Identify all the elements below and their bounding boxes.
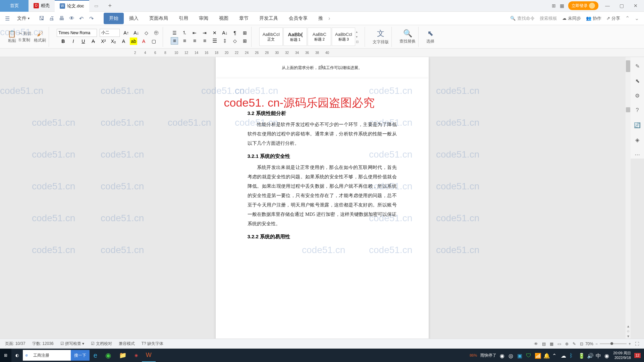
style-heading1[interactable]: AaBb( 标题 1 (283, 27, 307, 46)
eye-mode-icon[interactable]: 👁 (534, 342, 538, 346)
ruler[interactable]: 24 68 1012 1416 1820 2224 2628 3032 3436… (0, 49, 644, 57)
taskbar-ie[interactable]: e (90, 349, 101, 362)
file-menu[interactable]: 文件 ▾ (14, 15, 32, 21)
weather-widget[interactable]: 雨快停了 (480, 353, 496, 358)
cortana-button[interactable]: ◐ (11, 349, 23, 362)
tray-icon-3[interactable]: ▣ (517, 353, 523, 358)
tray-bell-icon[interactable]: 🔔 (543, 353, 549, 358)
scroll-ring-icon[interactable]: ○ (626, 329, 631, 334)
tray-wifi-icon[interactable]: 📶 (535, 353, 540, 358)
login-button[interactable]: 立即登录 (568, 1, 598, 10)
ribbon-tab-devtools[interactable]: 开发工具 (254, 13, 283, 24)
zoom-fit-icon[interactable]: ⊡ (580, 342, 583, 346)
highlight-button[interactable]: ab (130, 38, 137, 45)
font-color-button[interactable]: A (140, 38, 147, 45)
ribbon-tab-review[interactable]: 审阅 (194, 13, 214, 24)
taskbar-search-input[interactable] (31, 350, 71, 361)
clear-format-icon[interactable]: ◇ (143, 29, 150, 37)
numbered-button[interactable]: ⒈ (181, 29, 188, 37)
align-left-button[interactable]: ≡ (171, 37, 178, 45)
taskbar-clock[interactable]: 20:09 周日 2022/9/18 (613, 351, 631, 360)
taskbar-360[interactable]: ◉ (101, 349, 115, 362)
tray-bluetooth-icon[interactable]: ᛒ (570, 353, 575, 358)
symbol-tool-icon[interactable]: ◈ (633, 136, 641, 144)
format-painter-icon[interactable]: 🖌 (34, 31, 46, 38)
style-up-icon[interactable]: ▴ (356, 30, 362, 34)
italic-button[interactable]: I (69, 38, 77, 45)
find-icon[interactable]: 🔍 (403, 29, 412, 38)
page-indicator[interactable]: 页面: 10/37 (5, 341, 25, 347)
font-size-select[interactable] (100, 29, 120, 37)
align-right-button[interactable]: ≡ (191, 37, 198, 45)
tray-icon-1[interactable]: ◉ (500, 353, 505, 358)
taskbar-search-button[interactable]: 搜一下 (71, 350, 90, 361)
tab-document[interactable]: W 论文.doc (55, 0, 89, 12)
pen-tool-icon[interactable]: ✎ (633, 62, 641, 70)
document-proof[interactable]: ☑ 文档校对 (91, 341, 112, 347)
missing-font[interactable]: T? 缺失字体 (142, 341, 163, 347)
edit-mode-icon[interactable]: ✎ (573, 342, 576, 346)
web-layout-icon[interactable]: ⊕ (565, 342, 569, 346)
ribbon-menu-icon[interactable]: ⌄ (635, 15, 639, 21)
copy-button[interactable]: ⎘ 复制 (19, 37, 31, 43)
template-search[interactable]: 搜索模板 (540, 15, 557, 21)
ribbon-tab-more[interactable]: 推 (313, 13, 328, 24)
style-expand-icon[interactable]: ⊟ (356, 40, 362, 44)
ribbon-tab-view[interactable]: 视图 (214, 13, 234, 24)
start-button[interactable]: ⊞ (0, 349, 11, 362)
compat-mode[interactable]: 兼容模式 (119, 341, 135, 347)
zoom-slider[interactable] (600, 343, 627, 344)
export-icon[interactable]: 🖨 (49, 15, 55, 21)
subscript-button[interactable]: X₂ (110, 38, 117, 45)
text-layout-icon[interactable]: ⽂ (377, 28, 384, 39)
tray-icon-4[interactable]: 🛡 (526, 353, 531, 358)
bullets-button[interactable]: ☰ (171, 29, 178, 37)
save-icon[interactable]: 🖫 (39, 15, 45, 21)
ribbon-tab-pagelayout[interactable]: 页面布局 (144, 13, 173, 24)
help-tool-icon[interactable]: ? (633, 106, 641, 114)
tray-up-icon[interactable]: ⌃ (552, 353, 557, 358)
style-heading2[interactable]: AaBbC 标题 2 (308, 27, 331, 46)
tray-volume-icon[interactable]: 🔊 (587, 353, 592, 358)
scrollbar-vertical[interactable]: ▴ ○ ▾ (626, 57, 631, 339)
zoom-in-button[interactable]: + (629, 342, 631, 346)
undo-icon[interactable]: ↶ (79, 15, 85, 21)
document-area[interactable]: 从上面的需求分析，后续工作可以继续进展。 5 code51. cn-源码乐园盗图… (0, 57, 644, 339)
tab-home[interactable]: 首页 (0, 0, 29, 12)
show-marks-button[interactable]: ¶ (231, 29, 238, 37)
style-down-icon[interactable]: ▾ (356, 35, 362, 39)
superscript-button[interactable]: X² (100, 38, 107, 45)
underline-button[interactable]: U (79, 38, 87, 45)
tab-add[interactable]: + (103, 0, 113, 12)
select-icon[interactable]: ⬉ (427, 29, 433, 38)
char-border-button[interactable]: ▢ (150, 38, 157, 45)
taskbar-app1[interactable]: ◉ (130, 349, 142, 362)
settings-tool-icon[interactable]: ⚙ (633, 92, 641, 100)
command-search[interactable]: 🔍 查找命令 (510, 15, 535, 21)
text-effects-button[interactable]: A (120, 38, 127, 45)
shrink-font-icon[interactable]: A↓ (132, 29, 140, 37)
align-justify-button[interactable]: ≡ (201, 37, 208, 45)
ribbon-tab-chapter[interactable]: 章节 (234, 13, 254, 24)
sort-button[interactable]: A↓ (221, 29, 228, 37)
ribbon-tab-insert[interactable]: 插入 (124, 13, 144, 24)
scroll-thumb[interactable] (626, 107, 630, 112)
zoom-out-button[interactable]: − (595, 342, 598, 346)
decrease-indent-button[interactable]: ⇤ (191, 29, 198, 37)
zoom-value[interactable]: 70% (585, 342, 593, 346)
shading-button[interactable]: ◇ (231, 37, 238, 45)
tray-ime-icon[interactable]: 中 (596, 353, 601, 358)
line-spacing-button[interactable]: ‡ (221, 37, 228, 45)
ribbon-tab-start[interactable]: 开始 (104, 13, 124, 24)
paste-icon[interactable]: 📋 (8, 30, 16, 38)
tray-onedrive-icon[interactable]: ☁ (561, 353, 566, 358)
distribute-button[interactable]: ☰ (211, 37, 218, 45)
translate-tool-icon[interactable]: 🔄 (633, 121, 641, 129)
tray-app-icon[interactable]: ◉ (604, 353, 610, 358)
minimize-button[interactable]: — (602, 3, 612, 8)
sync-status[interactable]: ☁ 未同步 (562, 15, 581, 21)
font-family-select[interactable] (57, 29, 97, 37)
tabs-button[interactable]: ⊞ (241, 29, 249, 37)
taskbar-explorer[interactable]: 📁 (115, 349, 130, 362)
align-center-button[interactable]: ≡ (181, 37, 188, 45)
